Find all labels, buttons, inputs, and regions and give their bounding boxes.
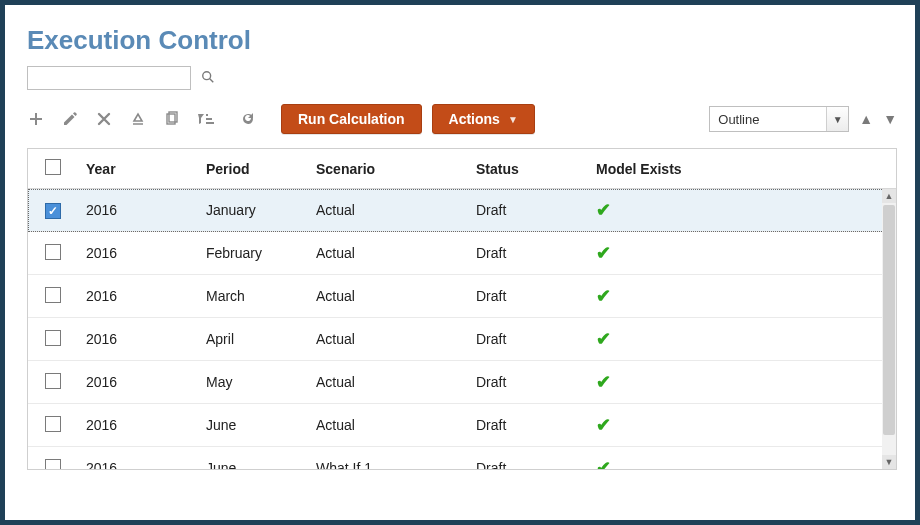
chevron-down-icon: ▼ (826, 107, 848, 131)
check-icon: ✔ (596, 286, 611, 306)
cell-model-exists: ✔ (588, 447, 896, 471)
cell-scenario: What If 1 (308, 447, 468, 471)
scroll-up-icon[interactable]: ▲ (882, 189, 896, 203)
table-wrap: Year Period Scenario Status Model Exists… (27, 148, 897, 470)
table-row[interactable]: 2016FebruaryActualDraft✔ (28, 232, 896, 275)
check-icon: ✔ (596, 329, 611, 349)
cell-scenario: Actual (308, 275, 468, 318)
table-row[interactable]: 2016JuneWhat If 1Draft✔ (28, 447, 896, 471)
check-icon: ✔ (596, 372, 611, 392)
cell-model-exists: ✔ (588, 404, 896, 447)
table-row[interactable]: 2016MarchActualDraft✔ (28, 275, 896, 318)
table-row[interactable]: 2016MayActualDraft✔ (28, 361, 896, 404)
cell-period: February (198, 232, 308, 275)
page-title: Execution Control (27, 25, 897, 56)
clear-icon[interactable] (129, 110, 147, 128)
cell-status: Draft (468, 275, 588, 318)
cell-year: 2016 (78, 361, 198, 404)
scroll-thumb[interactable] (883, 205, 895, 435)
col-status[interactable]: Status (468, 149, 588, 189)
move-up-icon[interactable]: ▲ (859, 111, 873, 127)
cell-status: Draft (468, 361, 588, 404)
col-model-exists[interactable]: Model Exists (588, 149, 896, 189)
actions-label: Actions (449, 111, 500, 127)
col-period[interactable]: Period (198, 149, 308, 189)
cell-period: June (198, 447, 308, 471)
app-frame: Execution Control (0, 0, 920, 525)
add-icon[interactable] (27, 110, 45, 128)
cell-scenario: Actual (308, 232, 468, 275)
caret-down-icon: ▼ (508, 114, 518, 125)
filter-icon[interactable] (197, 110, 215, 128)
move-down-icon[interactable]: ▼ (883, 111, 897, 127)
cell-period: March (198, 275, 308, 318)
check-icon: ✔ (596, 200, 611, 220)
check-icon: ✔ (596, 458, 611, 470)
check-icon: ✔ (596, 415, 611, 435)
scroll-down-icon[interactable]: ▼ (882, 455, 896, 469)
cell-model-exists: ✔ (588, 189, 896, 232)
search-input[interactable] (27, 66, 191, 90)
cell-year: 2016 (78, 275, 198, 318)
row-checkbox[interactable] (45, 459, 61, 471)
cell-status: Draft (468, 404, 588, 447)
copy-icon[interactable] (163, 110, 181, 128)
tool-icons (27, 110, 257, 128)
row-checkbox[interactable]: ✓ (45, 203, 61, 219)
run-calculation-button[interactable]: Run Calculation (281, 104, 422, 134)
cell-year: 2016 (78, 318, 198, 361)
check-icon: ✔ (596, 243, 611, 263)
col-scenario[interactable]: Scenario (308, 149, 468, 189)
cell-period: May (198, 361, 308, 404)
table-row[interactable]: 2016AprilActualDraft✔ (28, 318, 896, 361)
execution-table: Year Period Scenario Status Model Exists… (28, 149, 896, 470)
row-checkbox[interactable] (45, 287, 61, 303)
search-icon[interactable] (201, 70, 215, 87)
table-row[interactable]: 2016JuneActualDraft✔ (28, 404, 896, 447)
cell-status: Draft (468, 232, 588, 275)
cell-scenario: Actual (308, 404, 468, 447)
cell-status: Draft (468, 318, 588, 361)
view-select-value: Outline (710, 112, 826, 127)
cell-scenario: Actual (308, 189, 468, 232)
row-checkbox[interactable] (45, 416, 61, 432)
row-checkbox[interactable] (45, 330, 61, 346)
cell-scenario: Actual (308, 318, 468, 361)
cell-year: 2016 (78, 447, 198, 471)
table-row[interactable]: ✓2016JanuaryActualDraft✔ (28, 189, 896, 232)
cell-status: Draft (468, 447, 588, 471)
row-checkbox[interactable] (45, 373, 61, 389)
cell-year: 2016 (78, 189, 198, 232)
row-checkbox[interactable] (45, 244, 61, 260)
refresh-icon[interactable] (239, 110, 257, 128)
svg-point-0 (203, 71, 211, 79)
svg-line-1 (210, 78, 214, 82)
cell-year: 2016 (78, 232, 198, 275)
view-select[interactable]: Outline ▼ (709, 106, 849, 132)
delete-icon[interactable] (95, 110, 113, 128)
cell-period: April (198, 318, 308, 361)
cell-status: Draft (468, 189, 588, 232)
run-calculation-label: Run Calculation (298, 111, 405, 127)
vertical-scrollbar[interactable]: ▲ ▼ (882, 189, 896, 469)
cell-period: June (198, 404, 308, 447)
cell-period: January (198, 189, 308, 232)
toolbar: Run Calculation Actions ▼ Outline ▼ ▲ ▼ (27, 104, 897, 134)
cell-model-exists: ✔ (588, 232, 896, 275)
col-year[interactable]: Year (78, 149, 198, 189)
cell-scenario: Actual (308, 361, 468, 404)
select-all-checkbox[interactable] (45, 159, 61, 175)
cell-model-exists: ✔ (588, 361, 896, 404)
cell-model-exists: ✔ (588, 318, 896, 361)
search-row (27, 66, 897, 90)
cell-model-exists: ✔ (588, 275, 896, 318)
cell-year: 2016 (78, 404, 198, 447)
edit-icon[interactable] (61, 110, 79, 128)
table-header-row: Year Period Scenario Status Model Exists (28, 149, 896, 189)
actions-button[interactable]: Actions ▼ (432, 104, 535, 134)
